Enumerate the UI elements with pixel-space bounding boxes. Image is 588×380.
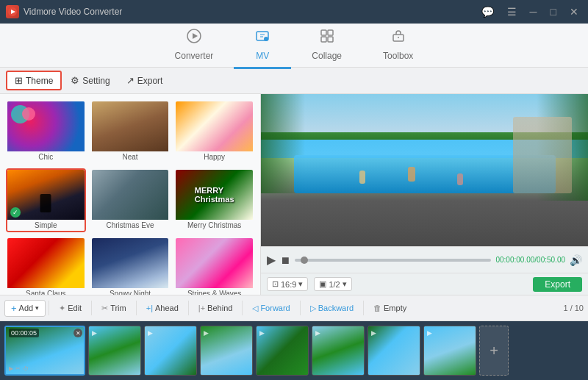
theme-item-santa-claus[interactable]: Santa Claus <box>6 237 86 295</box>
theme-item-neat[interactable]: Neat <box>90 100 171 164</box>
preview-panel: ▶ ⏹ 00:00:00.00/00:50.00 🔊 ⊡ 16:9 ▾ ▣ 1/… <box>261 94 588 295</box>
theme-icon: ⊞ <box>15 75 23 86</box>
theme-label-happy: Happy <box>176 151 253 162</box>
timeline: 00:00:05 ✕ ▶ ✂ ⏱ ▶ ▶ ▶ ▶ ▶ <box>0 321 588 380</box>
edit-icon: ✦ <box>59 304 65 313</box>
svg-rect-9 <box>328 37 333 42</box>
theme-thumb-neat <box>92 101 169 151</box>
export-icon: ↗ <box>126 75 135 86</box>
timeline-item-2[interactable]: ▶ <box>88 326 141 376</box>
theme-label-santa-claus: Santa Claus <box>7 288 85 295</box>
timeline-item-8[interactable]: ▶ <box>423 326 476 376</box>
backward-icon: ▷ <box>310 304 316 313</box>
theme-item-simple[interactable]: ✓ Simple <box>6 168 86 232</box>
setting-icon: ⚙ <box>71 75 79 86</box>
theme-thumb-merry-christmas: MERRYChristmas <box>176 170 253 220</box>
theme-item-merry-christmas[interactable]: MERRYChristmas Merry Christmas <box>174 168 254 232</box>
setting-button[interactable]: ⚙ Setting <box>63 72 117 89</box>
trim-icon: ✂ <box>101 304 108 313</box>
theme-label-snowy-night: Snowy Night <box>92 288 169 295</box>
timeline-item-5[interactable]: ▶ <box>256 326 309 376</box>
playback-bar: ▶ ⏹ 00:00:00.00/00:50.00 🔊 <box>261 246 588 273</box>
svg-rect-7 <box>328 30 333 35</box>
progress-bar[interactable] <box>295 259 491 262</box>
chat-icon[interactable]: 💬 <box>478 4 498 19</box>
tab-toolbox[interactable]: Toolbox <box>362 22 434 69</box>
minimize-icon[interactable]: ─ <box>526 4 541 19</box>
tab-converter[interactable]: Converter <box>154 22 234 69</box>
close-icon[interactable]: ✕ <box>566 4 582 19</box>
aspect-ratio-select[interactable]: ⊡ 16:9 ▾ <box>267 277 308 291</box>
behind-button[interactable]: |+ Behind <box>192 301 240 315</box>
theme-thumb-christmas-eve <box>92 170 169 220</box>
edit-button[interactable]: ✦ Edit <box>52 301 88 316</box>
app-title: Vidmore Video Converter <box>24 7 122 17</box>
app-icon <box>6 5 19 18</box>
main-content: Chic Neat Happy ✓ Simple <box>0 94 588 295</box>
volume-icon[interactable]: 🔊 <box>570 254 582 266</box>
maximize-icon[interactable]: □ <box>547 4 560 19</box>
menu-icon[interactable]: ☰ <box>503 4 520 19</box>
empty-button[interactable]: 🗑 Empty <box>367 301 413 315</box>
add-icon: + <box>11 303 17 314</box>
collage-icon <box>319 28 335 48</box>
toolbar: ⊞ Theme ⚙ Setting ↗ Export ▲ <box>0 68 588 94</box>
theme-item-chic[interactable]: Chic <box>6 100 86 164</box>
theme-panel: Chic Neat Happy ✓ Simple <box>0 94 261 295</box>
tab-mv[interactable]: MV <box>234 22 291 69</box>
theme-thumb-snowy-night <box>92 238 169 288</box>
aspect-ratio-chevron: ▾ <box>298 279 303 289</box>
timeline-duration-1: 00:00:05 <box>9 329 39 337</box>
tab-toolbox-label: Toolbox <box>383 51 413 61</box>
export-button-toolbar[interactable]: ↗ Export <box>119 72 171 89</box>
theme-grid: Chic Neat Happy ✓ Simple <box>6 100 254 295</box>
timeline-close-1[interactable]: ✕ <box>74 329 82 337</box>
trim-button[interactable]: ✂ Trim <box>95 301 133 316</box>
theme-thumb-chic <box>7 101 85 151</box>
divider-6 <box>300 301 301 315</box>
theme-button[interactable]: ⊞ Theme <box>6 71 62 90</box>
timeline-item-3[interactable]: ▶ <box>144 326 197 376</box>
forward-button[interactable]: ◁ Forward <box>245 301 296 316</box>
backward-button[interactable]: ▷ Backward <box>304 301 360 316</box>
cut-tl-icon: ✂ <box>15 365 21 372</box>
timeline-item-4[interactable]: ▶ <box>200 326 253 376</box>
theme-item-stripes-waves[interactable]: Stripes & Waves <box>174 237 254 295</box>
theme-label-merry-christmas: Merry Christmas <box>176 220 253 231</box>
play-button[interactable]: ▶ <box>267 253 276 267</box>
theme-label-stripes-waves: Stripes & Waves <box>176 288 253 295</box>
mv-icon <box>254 28 270 48</box>
timeline-item-7[interactable]: ▶ <box>368 326 420 376</box>
stop-button[interactable]: ⏹ <box>280 254 290 266</box>
theme-item-happy[interactable]: Happy <box>174 100 254 164</box>
time-display: 00:00:00.00/00:50.00 <box>495 256 565 264</box>
ahead-button[interactable]: +| Ahead <box>140 301 185 315</box>
progress-thumb[interactable] <box>301 257 308 264</box>
theme-label-chic: Chic <box>7 151 85 162</box>
time-tl-icon: ⏱ <box>23 365 29 372</box>
tab-mv-label: MV <box>256 51 269 61</box>
add-button[interactable]: + Add ▾ <box>4 300 46 317</box>
theme-item-christmas-eve[interactable]: Christmas Eve <box>90 168 171 232</box>
timeline-item-6[interactable]: ▶ <box>312 326 365 376</box>
tab-converter-label: Converter <box>175 51 214 61</box>
divider-4 <box>188 301 189 315</box>
timeline-icons-1: ▶ ✂ ⏱ <box>9 365 29 372</box>
behind-icon: |+ <box>198 304 205 312</box>
theme-item-snowy-night[interactable]: Snowy Night <box>90 237 171 295</box>
timeline-item-1[interactable]: 00:00:05 ✕ ▶ ✂ ⏱ <box>4 326 85 376</box>
ahead-icon: +| <box>146 304 153 312</box>
toolbox-icon <box>390 28 406 48</box>
divider-5 <box>242 301 243 315</box>
clip-count-select[interactable]: ▣ 1/2 ▾ <box>314 277 351 291</box>
current-theme-check: ✓ <box>10 207 21 218</box>
tab-collage[interactable]: Collage <box>291 22 362 69</box>
tab-collage-label: Collage <box>312 51 342 61</box>
title-bar: Vidmore Video Converter 💬 ☰ ─ □ ✕ <box>0 0 588 24</box>
empty-icon: 🗑 <box>373 304 381 312</box>
export-button[interactable]: Export <box>533 277 582 292</box>
converter-icon <box>186 28 202 48</box>
page-count: 1 / 10 <box>563 304 584 312</box>
timeline-add-button[interactable]: + <box>479 326 509 376</box>
theme-label-neat: Neat <box>92 151 169 162</box>
